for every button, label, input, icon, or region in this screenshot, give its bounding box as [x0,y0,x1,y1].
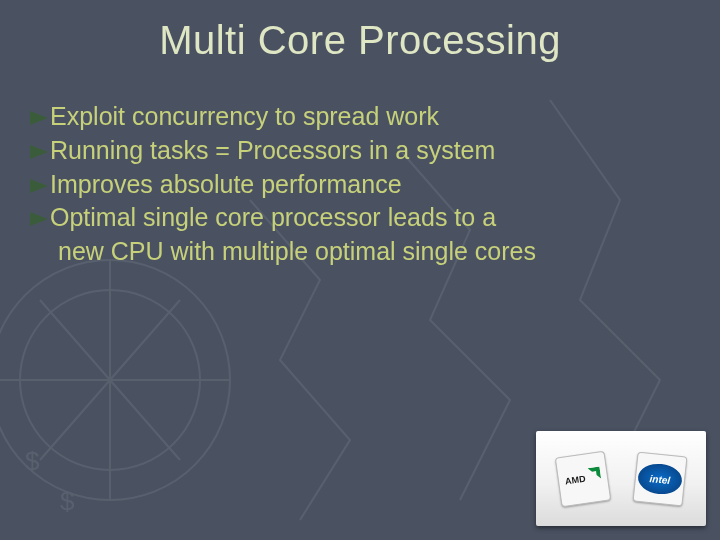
amd-label: AMD [564,473,586,486]
slide-title: Multi Core Processing [0,18,720,63]
amd-chip-icon: AMD [547,443,617,513]
bullet-arrow-icon [30,134,48,168]
chip-photo: AMD intel [536,431,706,526]
bullet-text: Running tasks = Processors in a system [50,136,495,164]
bullet-arrow-icon [30,100,48,134]
bullet-text: Optimal single core processor leads to a [50,203,496,231]
bullet-text: Exploit concurrency to spread work [50,102,439,130]
list-item: Improves absolute performance [30,168,680,202]
svg-point-0 [0,260,230,500]
bullet-arrow-icon [30,201,48,235]
list-item: Exploit concurrency to spread work [30,100,680,134]
svg-text:$: $ [60,486,75,516]
bullet-text: Improves absolute performance [50,170,402,198]
svg-marker-4 [30,111,48,125]
svg-marker-7 [30,212,48,226]
list-item: Running tasks = Processors in a system [30,134,680,168]
svg-marker-5 [30,145,48,159]
intel-label: intel [636,461,683,495]
svg-marker-6 [30,179,48,193]
slide: $ $ Multi Core Processing Exploit concur… [0,0,720,540]
intel-chip-icon: intel [625,444,693,512]
svg-text:$: $ [25,446,40,476]
svg-point-1 [20,290,200,470]
list-item: Optimal single core processor leads to a… [30,201,680,269]
bullet-continuation: new CPU with multiple optimal single cor… [30,235,680,269]
bullet-arrow-icon [30,168,48,202]
bullet-list: Exploit concurrency to spread work Runni… [30,100,680,269]
